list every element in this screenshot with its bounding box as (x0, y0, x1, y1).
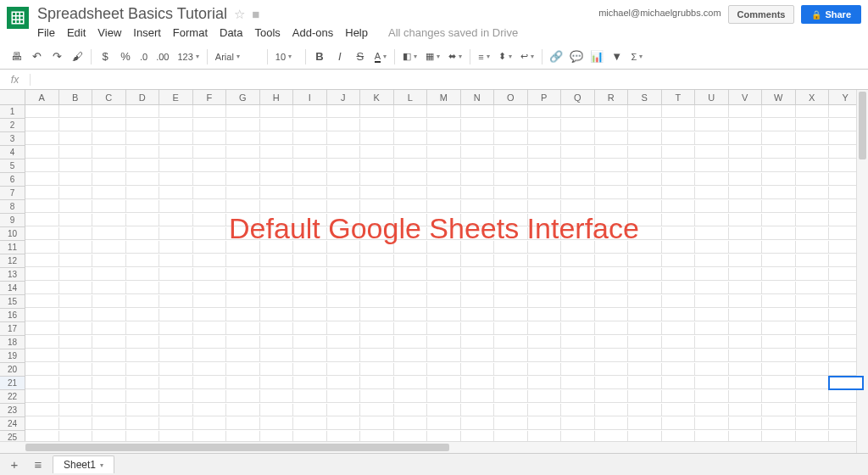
cell[interactable] (662, 187, 696, 199)
cell[interactable] (628, 241, 662, 254)
print-icon[interactable]: 🖶 (7, 48, 25, 66)
cell[interactable] (360, 227, 394, 240)
cell[interactable] (427, 214, 461, 226)
cell[interactable] (628, 227, 662, 240)
cell[interactable] (159, 146, 193, 159)
cell[interactable] (561, 227, 595, 240)
cell[interactable] (159, 322, 193, 335)
row-header[interactable]: 16 (0, 309, 25, 322)
cell[interactable] (159, 105, 193, 118)
cell[interactable] (662, 322, 696, 335)
cell[interactable] (662, 349, 696, 362)
more-formats-button[interactable]: 123▾ (174, 52, 202, 62)
cell[interactable] (762, 295, 796, 308)
cell[interactable] (360, 119, 394, 131)
cell[interactable] (360, 187, 394, 199)
cell[interactable] (260, 268, 294, 281)
row-header[interactable]: 8 (0, 200, 25, 214)
cell[interactable] (394, 336, 428, 349)
cell[interactable] (595, 390, 629, 403)
cell[interactable] (528, 146, 562, 159)
cell[interactable] (528, 282, 562, 294)
cell[interactable] (427, 132, 461, 145)
cell[interactable] (796, 187, 830, 199)
column-header[interactable]: A (25, 90, 59, 105)
cell[interactable] (796, 241, 830, 254)
cell[interactable] (126, 200, 160, 213)
cell[interactable] (226, 404, 260, 416)
cell[interactable] (394, 159, 428, 172)
cell[interactable] (528, 105, 562, 118)
cell[interactable] (628, 119, 662, 131)
cell[interactable] (427, 146, 461, 159)
cell[interactable] (662, 105, 696, 118)
wrap-button[interactable]: ↩▾ (517, 51, 537, 62)
cell[interactable] (293, 146, 327, 159)
row-header[interactable]: 11 (0, 241, 25, 254)
cell[interactable] (394, 241, 428, 254)
cell[interactable] (126, 132, 160, 145)
cell[interactable] (327, 132, 361, 145)
row-header[interactable]: 21 (0, 377, 25, 390)
cell[interactable] (595, 119, 629, 131)
cell[interactable] (25, 336, 59, 349)
cell[interactable] (92, 404, 126, 416)
cell[interactable] (59, 377, 93, 389)
cell[interactable] (427, 159, 461, 172)
cell[interactable] (327, 105, 361, 118)
cell[interactable] (595, 309, 629, 321)
cell[interactable] (193, 254, 227, 267)
cell[interactable] (327, 254, 361, 267)
cell[interactable] (226, 187, 260, 199)
cell[interactable] (494, 214, 528, 226)
cell[interactable] (59, 404, 93, 416)
cell[interactable] (25, 404, 59, 416)
cell[interactable] (327, 390, 361, 403)
cell[interactable] (695, 227, 729, 240)
row-header[interactable]: 6 (0, 173, 25, 187)
cell[interactable] (293, 295, 327, 308)
cell[interactable] (494, 105, 528, 118)
cell[interactable] (528, 336, 562, 349)
cell[interactable] (260, 241, 294, 254)
cell[interactable] (92, 336, 126, 349)
cell[interactable] (695, 417, 729, 430)
cell[interactable] (628, 349, 662, 362)
cell[interactable] (427, 187, 461, 199)
cell[interactable] (461, 119, 495, 131)
cell[interactable] (260, 417, 294, 430)
column-header[interactable]: W (762, 90, 796, 105)
cell[interactable] (394, 417, 428, 430)
cell[interactable] (695, 214, 729, 226)
cell[interactable] (193, 159, 227, 172)
menu-tools[interactable]: Tools (254, 26, 280, 39)
cell[interactable] (260, 132, 294, 145)
cell[interactable] (59, 214, 93, 226)
cell[interactable] (92, 200, 126, 213)
cell[interactable] (561, 159, 595, 172)
cell[interactable] (662, 404, 696, 416)
cell[interactable] (595, 254, 629, 267)
cell[interactable] (695, 309, 729, 321)
cell[interactable] (193, 349, 227, 362)
cell[interactable] (595, 214, 629, 226)
cell[interactable] (193, 295, 227, 308)
cell[interactable] (729, 336, 763, 349)
cell[interactable] (628, 159, 662, 172)
percent-button[interactable]: % (116, 48, 135, 66)
cell[interactable] (796, 336, 830, 349)
cell[interactable] (293, 119, 327, 131)
cell[interactable] (595, 363, 629, 376)
cell[interactable] (729, 119, 763, 131)
currency-button[interactable]: $ (96, 48, 114, 66)
cell[interactable] (528, 309, 562, 321)
cell[interactable] (528, 214, 562, 226)
cell[interactable] (695, 159, 729, 172)
cell[interactable] (394, 390, 428, 403)
cell[interactable] (461, 390, 495, 403)
cell[interactable] (327, 119, 361, 131)
cell[interactable] (695, 295, 729, 308)
cell[interactable] (561, 254, 595, 267)
cell[interactable] (193, 119, 227, 131)
cell[interactable] (293, 404, 327, 416)
